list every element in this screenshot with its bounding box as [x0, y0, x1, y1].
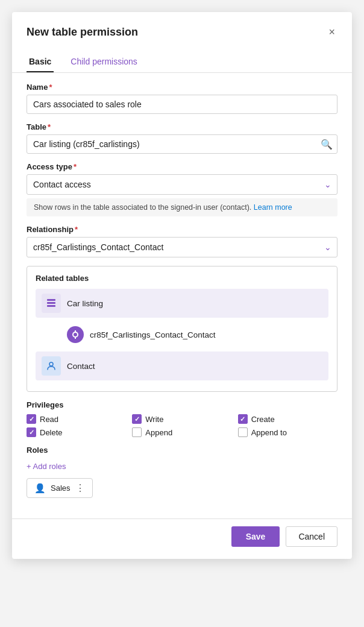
access-type-required-star: *: [74, 162, 77, 171]
table-search-wrapper: 🔍: [27, 134, 337, 154]
checkbox-append[interactable]: [132, 427, 142, 437]
table-input[interactable]: [27, 134, 337, 154]
related-table-item-contact[interactable]: Contact: [36, 351, 328, 380]
privilege-write: ✓ Write: [132, 414, 231, 424]
related-table-name-contact: Contact: [67, 362, 95, 371]
new-table-permission-modal: New table permission × Basic Child permi…: [12, 12, 352, 559]
checkbox-create[interactable]: ✓: [238, 414, 248, 424]
privileges-grid: ✓ Read ✓ Write ✓ Create ✓ Delete Appe: [27, 414, 337, 437]
contact-icon: [42, 356, 61, 376]
privilege-append-to: Append to: [238, 427, 337, 437]
svg-point-6: [49, 362, 53, 366]
privilege-read-label: Read: [40, 415, 58, 424]
privileges-title: Privileges: [27, 400, 337, 409]
name-field-group: Name*: [27, 83, 337, 114]
privilege-write-label: Write: [145, 415, 163, 424]
checkbox-write[interactable]: ✓: [132, 414, 142, 424]
name-input[interactable]: [27, 95, 337, 114]
access-type-label: Access type*: [27, 162, 337, 171]
access-type-field-group: Access type* Contact access ⌄ Show rows …: [27, 162, 337, 216]
tabs-bar: Basic Child permissions: [12, 45, 352, 73]
table-required-star: *: [48, 122, 51, 131]
tab-basic[interactable]: Basic: [27, 52, 54, 72]
relationship-select-wrapper: cr85f_Carlistings_Contact_Contact ⌄: [27, 237, 337, 257]
access-type-select[interactable]: Contact access: [27, 174, 337, 195]
relationship-required-star: *: [75, 225, 78, 234]
related-tables-section: Related tables Car listing cr85f_Carlist…: [27, 266, 337, 392]
modal-title: New table permission: [27, 26, 138, 39]
checkbox-delete[interactable]: ✓: [27, 427, 36, 437]
relationship-select[interactable]: cr85f_Carlistings_Contact_Contact: [27, 237, 337, 257]
privilege-append: Append: [132, 427, 231, 437]
privilege-append-to-label: Append to: [251, 428, 287, 437]
learn-more-link[interactable]: Learn more: [254, 203, 292, 212]
related-table-name-relation: cr85f_Carlistings_Contact_Contact: [90, 330, 216, 339]
checkbox-append-to[interactable]: [238, 427, 248, 437]
close-button[interactable]: ×: [326, 24, 337, 40]
modal-footer: Save Cancel: [12, 518, 352, 559]
checkbox-read[interactable]: ✓: [27, 414, 36, 424]
tab-child-permissions[interactable]: Child permissions: [68, 52, 139, 72]
save-button[interactable]: Save: [231, 526, 280, 547]
relation-icon: [67, 326, 84, 343]
modal-header: New table permission ×: [12, 12, 352, 40]
access-type-select-wrapper: Contact access ⌄: [27, 174, 337, 195]
relationship-label: Relationship*: [27, 225, 337, 234]
related-table-item-car-listing[interactable]: Car listing: [36, 289, 328, 318]
svg-point-3: [73, 332, 78, 337]
privilege-delete: ✓ Delete: [27, 427, 126, 437]
privilege-create: ✓ Create: [238, 414, 337, 424]
cancel-button[interactable]: Cancel: [286, 526, 337, 547]
access-type-info-box: Show rows in the table associated to the…: [27, 198, 337, 216]
privileges-section: Privileges ✓ Read ✓ Write ✓ Create ✓ Del…: [27, 400, 337, 437]
add-roles-button[interactable]: + Add roles: [27, 459, 66, 473]
form-body: Name* Table* 🔍 Access type* Contact acce…: [12, 73, 352, 518]
svg-rect-1: [47, 302, 55, 304]
table-field-group: Table* 🔍: [27, 122, 337, 154]
privilege-delete-label: Delete: [40, 428, 63, 437]
svg-rect-0: [47, 299, 55, 301]
role-icon: 👤: [34, 483, 46, 494]
table-label: Table*: [27, 122, 337, 131]
table-search-icon[interactable]: 🔍: [321, 139, 333, 150]
table-icon: [42, 294, 61, 313]
name-required-star: *: [49, 83, 52, 92]
role-name: Sales: [51, 484, 71, 493]
relationship-field-group: Relationship* cr85f_Carlistings_Contact_…: [27, 225, 337, 257]
privilege-create-label: Create: [251, 415, 275, 424]
privilege-read: ✓ Read: [27, 414, 126, 424]
privilege-append-label: Append: [145, 428, 172, 437]
svg-rect-2: [47, 305, 55, 307]
role-chip-sales: 👤 Sales ⋮: [27, 478, 93, 498]
roles-title: Roles: [27, 446, 337, 455]
role-menu-icon[interactable]: ⋮: [75, 482, 85, 494]
name-label: Name*: [27, 83, 337, 92]
related-tables-title: Related tables: [36, 274, 328, 283]
related-table-name-car-listing: Car listing: [67, 299, 103, 308]
roles-section: Roles + Add roles 👤 Sales ⋮: [27, 446, 337, 498]
related-table-item-relation[interactable]: cr85f_Carlistings_Contact_Contact: [36, 321, 328, 348]
